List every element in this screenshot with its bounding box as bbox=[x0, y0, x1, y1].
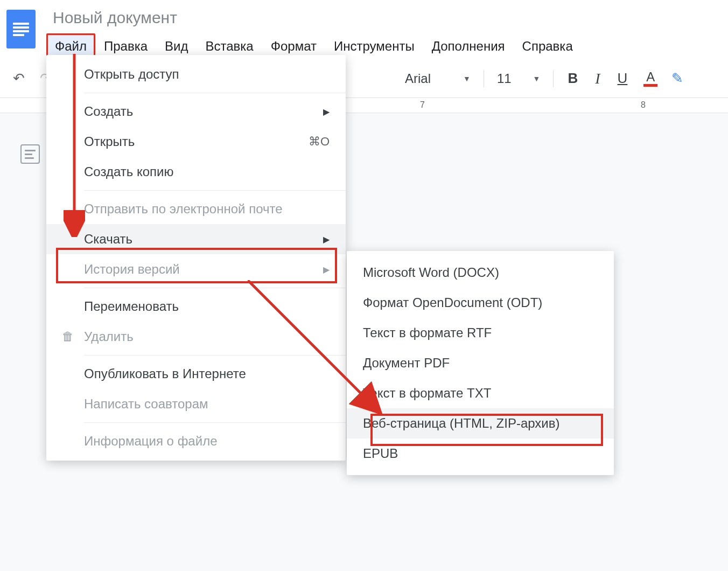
menu-item-publish[interactable]: Опубликовать в Интернете bbox=[46, 359, 346, 389]
download-submenu: Microsoft Word (DOCX) Формат OpenDocumen… bbox=[347, 251, 614, 475]
menu-separator bbox=[84, 355, 346, 356]
font-size-selector[interactable]: 11 ▼ bbox=[492, 71, 546, 86]
menu-item-file-info: Информация о файле bbox=[46, 426, 346, 456]
submenu-item-pdf[interactable]: Документ PDF bbox=[347, 348, 614, 378]
menu-item-label: EPUB bbox=[363, 446, 598, 461]
menu-item-label: Открыть доступ bbox=[84, 67, 330, 82]
submenu-item-html[interactable]: Веб-страница (HTML, ZIP-архив) bbox=[347, 408, 614, 438]
menu-item-label: Формат OpenDocument (ODT) bbox=[363, 295, 598, 310]
font-name-selector[interactable]: Arial ▼ bbox=[400, 71, 476, 86]
menu-item-label: Переименовать bbox=[84, 299, 330, 314]
outline-icon[interactable] bbox=[20, 144, 40, 164]
submenu-arrow-icon: ▶ bbox=[323, 107, 330, 117]
ruler-tick: 7 bbox=[420, 100, 425, 110]
menu-item-open[interactable]: Открыть ⌘O bbox=[46, 127, 346, 157]
menu-separator bbox=[84, 93, 346, 93]
italic-button[interactable]: I bbox=[589, 70, 606, 87]
underline-button[interactable]: U bbox=[611, 70, 634, 87]
menu-item-label: Создать bbox=[84, 104, 323, 119]
text-color-swatch bbox=[643, 84, 657, 87]
menu-item-label: Информация о файле bbox=[84, 434, 330, 449]
chevron-down-icon: ▼ bbox=[533, 74, 541, 83]
font-size-value: 11 bbox=[497, 71, 512, 86]
submenu-item-rtf[interactable]: Текст в формате RTF bbox=[347, 318, 614, 348]
menu-item-version-history: История версий ▶ bbox=[46, 254, 346, 284]
menu-item-email: Отправить по электронной почте bbox=[46, 194, 346, 224]
text-color-letter: A bbox=[646, 71, 655, 83]
menu-addons[interactable]: Дополнения bbox=[423, 33, 514, 59]
menu-help[interactable]: Справка bbox=[514, 33, 582, 59]
docs-logo-icon[interactable] bbox=[6, 10, 36, 48]
submenu-item-epub[interactable]: EPUB bbox=[347, 438, 614, 469]
menu-item-delete: 🗑 Удалить bbox=[46, 322, 346, 352]
document-title[interactable]: Новый документ bbox=[46, 5, 728, 33]
menu-item-label: Microsoft Word (DOCX) bbox=[363, 265, 598, 280]
highlight-icon[interactable]: ✎ bbox=[667, 70, 688, 87]
menu-item-create[interactable]: Создать ▶ bbox=[46, 96, 346, 127]
menu-item-label: Скачать bbox=[84, 232, 323, 247]
menu-item-label: Создать копию bbox=[84, 164, 330, 179]
menu-item-label: Удалить bbox=[84, 329, 330, 344]
text-color-button[interactable]: A bbox=[638, 71, 663, 87]
file-dropdown: Открыть доступ Создать ▶ Открыть ⌘O Созд… bbox=[46, 55, 346, 461]
undo-icon[interactable]: ↶ bbox=[8, 67, 30, 90]
toolbar-separator bbox=[484, 70, 484, 87]
toolbar-separator bbox=[553, 70, 554, 87]
font-name-label: Arial bbox=[405, 71, 431, 86]
menu-item-shortcut: ⌘O bbox=[309, 135, 330, 149]
menu-item-label: Веб-страница (HTML, ZIP-архив) bbox=[363, 416, 598, 431]
menu-separator bbox=[84, 422, 346, 423]
submenu-arrow-icon: ▶ bbox=[323, 234, 330, 245]
menu-separator bbox=[84, 288, 346, 288]
bold-button[interactable]: B bbox=[561, 70, 584, 87]
chevron-down-icon: ▼ bbox=[463, 74, 471, 83]
menu-item-rename[interactable]: Переименовать bbox=[46, 291, 346, 322]
menu-item-email-coauthors: Написать соавторам bbox=[46, 389, 346, 419]
menu-item-label: Написать соавторам bbox=[84, 396, 330, 412]
menu-item-make-copy[interactable]: Создать копию bbox=[46, 157, 346, 187]
submenu-item-txt[interactable]: Текст в формате TXT bbox=[347, 378, 614, 408]
menu-item-label: Открыть bbox=[84, 134, 309, 149]
submenu-item-odt[interactable]: Формат OpenDocument (ODT) bbox=[347, 288, 614, 318]
submenu-item-docx[interactable]: Microsoft Word (DOCX) bbox=[347, 257, 614, 288]
menu-item-label: История версий bbox=[84, 262, 323, 277]
trash-icon: 🗑 bbox=[60, 330, 75, 344]
menu-separator bbox=[84, 190, 346, 191]
menu-item-share[interactable]: Открыть доступ bbox=[46, 59, 346, 89]
menu-item-label: Текст в формате TXT bbox=[363, 386, 598, 401]
menu-item-label: Отправить по электронной почте bbox=[84, 201, 330, 217]
menu-item-label: Текст в формате RTF bbox=[363, 325, 598, 340]
menu-item-label: Документ PDF bbox=[363, 356, 598, 371]
submenu-arrow-icon: ▶ bbox=[323, 264, 330, 275]
ruler-tick: 8 bbox=[641, 100, 646, 110]
menu-item-label: Опубликовать в Интернете bbox=[84, 366, 330, 381]
menu-item-download[interactable]: Скачать ▶ bbox=[46, 224, 346, 254]
